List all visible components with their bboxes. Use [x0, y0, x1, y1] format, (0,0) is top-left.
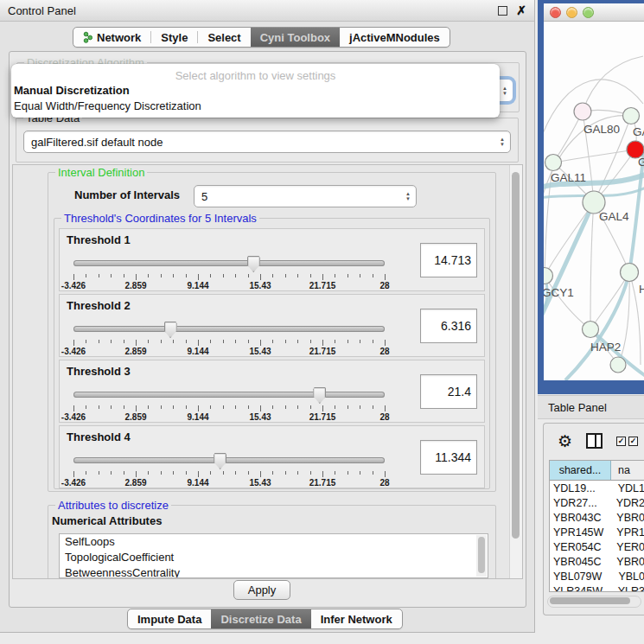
slider-tick: [373, 340, 373, 343]
network-edge[interactable]: [629, 151, 644, 272]
dropdown-hint[interactable]: Select algorithm to view settings: [11, 64, 500, 83]
slider-tick-label: 28: [379, 347, 389, 356]
slider-tick: [210, 471, 211, 475]
threshold-slider[interactable]: -3.4262.8599.14415.4321.71528: [73, 321, 385, 352]
network-node[interactable]: [621, 264, 639, 282]
network-edge[interactable]: [583, 56, 643, 112]
threshold-section-1: Threshold 1-3.4262.8599.14415.4321.71528…: [59, 228, 485, 291]
network-node[interactable]: [583, 322, 599, 338]
table-row[interactable]: YDL19...YDL1: [550, 481, 644, 495]
select-columns-icon[interactable]: ✓✓: [616, 437, 638, 446]
slider-track[interactable]: [73, 392, 385, 398]
close-traffic-light-icon[interactable]: [550, 7, 561, 18]
tab-infer-network[interactable]: Infer Network: [311, 609, 402, 628]
slider-track[interactable]: [73, 326, 385, 332]
tab-style[interactable]: Style: [151, 28, 197, 47]
list-scrollbar[interactable]: [476, 535, 487, 577]
zoom-traffic-light-icon[interactable]: [583, 7, 594, 18]
threshold-slider[interactable]: -3.4262.8599.14415.4321.71528: [73, 255, 385, 286]
slider-thumb[interactable]: [164, 322, 177, 338]
slider-tick: [260, 405, 261, 411]
slider-track[interactable]: [73, 457, 385, 463]
table-row[interactable]: YBR045CYBR0: [550, 554, 644, 569]
tab-impute-data[interactable]: Impute Data: [128, 609, 211, 628]
column-header-name[interactable]: na: [611, 461, 644, 480]
table-row[interactable]: YLR345WYLR3: [550, 583, 644, 592]
minimize-traffic-light-icon[interactable]: [566, 7, 577, 18]
numerical-attributes-list[interactable]: SelfLoopsTopologicalCoefficientBetweenne…: [59, 533, 488, 578]
network-node[interactable]: [574, 103, 591, 120]
slider-tick: [310, 471, 311, 475]
threshold-value-field[interactable]: 14.713: [420, 243, 477, 277]
number-of-intervals-combobox[interactable]: 5 ▲▼: [194, 185, 417, 207]
table-row[interactable]: YPR145WYPR1: [550, 525, 644, 539]
threshold-slider[interactable]: -3.4262.8599.14415.4321.71528: [73, 452, 385, 483]
slider-tick: [348, 340, 348, 343]
network-edge[interactable]: [544, 202, 594, 320]
table-data-combobox[interactable]: galFiltered.sif default node ▲▼: [23, 131, 511, 153]
settings-scrollbar[interactable]: [509, 165, 522, 578]
tab-discretize-data[interactable]: Discretize Data: [211, 609, 310, 628]
slider-tick: [322, 340, 323, 346]
slider-tick: [360, 340, 360, 343]
apply-button[interactable]: Apply: [233, 580, 290, 600]
threshold-value-field[interactable]: 11.344: [420, 440, 477, 475]
slider-tick: [385, 471, 386, 477]
table-row[interactable]: YBL079WYBL0: [550, 569, 644, 583]
table-row[interactable]: YBR043CYBR0: [550, 510, 644, 525]
network-node[interactable]: [623, 108, 640, 124]
table-row[interactable]: YDR27...YDR2: [550, 495, 644, 510]
tab-cyni-toolbox[interactable]: Cyni Toolbox: [251, 28, 340, 47]
columns-icon[interactable]: [586, 433, 603, 449]
attributes-group-label: Attributes to discretize: [55, 499, 171, 512]
network-node[interactable]: [545, 155, 562, 171]
gear-icon[interactable]: ⚙: [558, 433, 572, 450]
attribute-list-item[interactable]: SelfLoops: [60, 534, 488, 550]
node-attribute-table: shared... na YDL19...YDL1YDR27...YDR2YBR…: [549, 460, 644, 592]
network-edge[interactable]: [590, 202, 594, 329]
slider-tick-label: 28: [379, 412, 389, 422]
slider-tick: [310, 405, 311, 409]
slider-tick: [223, 471, 224, 475]
threshold-value-field[interactable]: 6.316: [420, 309, 477, 343]
network-node[interactable]: [544, 268, 553, 284]
attribute-list-item[interactable]: BetweennessCentrality: [60, 565, 488, 578]
slider-thumb[interactable]: [247, 256, 260, 272]
threshold-value-field[interactable]: 21.4: [420, 374, 477, 409]
slider-track[interactable]: [73, 260, 385, 266]
slider-tick: [248, 340, 249, 343]
slider-tick-label: 2.859: [124, 347, 146, 356]
network-edge[interactable]: [553, 150, 635, 163]
slider-tick: [285, 340, 286, 343]
float-window-icon[interactable]: [498, 6, 507, 16]
dropdown-item-equal-width[interactable]: Equal Width/Frequency Discretization: [11, 99, 500, 114]
tab-jactivemnodules[interactable]: jActiveMNodules: [340, 28, 450, 47]
close-icon[interactable]: ✗: [516, 6, 526, 15]
tab-select[interactable]: Select: [198, 28, 250, 47]
network-canvas[interactable]: GAL80GAGGAL11GAL4GCY1HHAP2: [544, 22, 644, 380]
slider-tick: [248, 471, 249, 475]
table-cell: YDR2: [610, 495, 644, 510]
table-row[interactable]: YER054CYER0: [550, 539, 644, 554]
column-header-shared-name[interactable]: shared...: [550, 461, 611, 480]
attribute-list-item[interactable]: TopologicalCoefficient: [60, 550, 488, 565]
slider-tick: [111, 274, 112, 277]
network-edge[interactable]: [545, 276, 590, 329]
table-horizontal-scrollbar[interactable]: [547, 596, 641, 608]
tab-label: Style: [161, 31, 188, 44]
network-node-label: HAP2: [590, 341, 621, 354]
table-cell: YLR345W: [550, 583, 612, 592]
tab-label: jActiveMNodules: [349, 31, 440, 44]
network-node-label: GAL4: [599, 210, 629, 223]
slider-tick-label: -3.426: [61, 347, 86, 356]
slider-tick: [348, 274, 348, 277]
tab-network[interactable]: Network: [73, 28, 150, 47]
dropdown-item-manual-discretization[interactable]: Manual Discretization: [11, 83, 500, 99]
network-node[interactable]: [610, 357, 626, 373]
slider-tick: [348, 405, 348, 409]
threshold-slider[interactable]: -3.4262.8599.14415.4321.71528: [73, 386, 385, 418]
slider-tick: [322, 405, 323, 411]
slider-thumb[interactable]: [313, 387, 326, 404]
slider-thumb[interactable]: [214, 453, 226, 469]
table-toolbar: ⚙ ✓✓: [544, 424, 644, 458]
